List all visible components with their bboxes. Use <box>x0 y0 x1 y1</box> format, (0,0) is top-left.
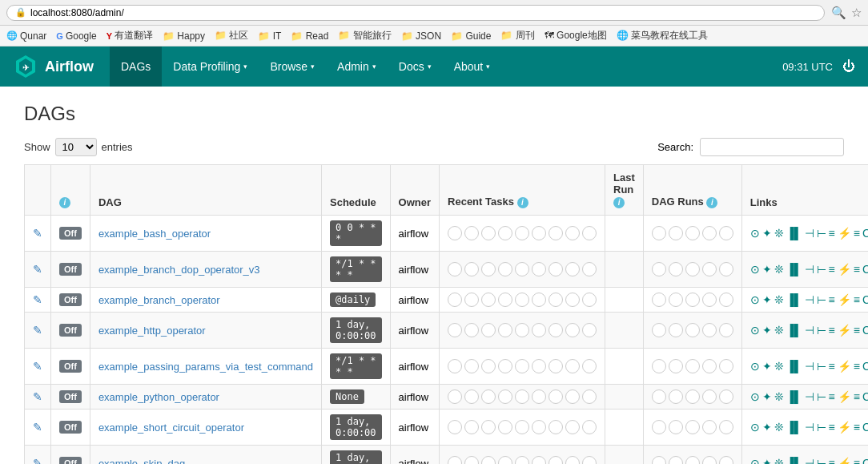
landing-times-icon[interactable]: ⊢ <box>817 360 826 373</box>
clear-icon[interactable]: C <box>862 457 868 464</box>
trigger-dag-icon[interactable]: ⊙ <box>750 263 760 276</box>
toggle-off-button[interactable]: Off <box>59 457 82 464</box>
toggle-off-button[interactable]: Off <box>59 360 82 373</box>
refresh-icon[interactable]: ⚡ <box>838 457 851 464</box>
edit-icon[interactable]: ✎ <box>33 360 42 373</box>
details-icon[interactable]: ≡ <box>854 227 860 240</box>
nav-dags[interactable]: DAGs <box>110 46 162 87</box>
dag-name-link[interactable]: example_passing_params_via_test_command <box>98 361 313 373</box>
nav-docs[interactable]: Docs ▾ <box>388 46 443 87</box>
bookmark-weekly[interactable]: 📁 周刊 <box>500 29 534 42</box>
bookmark-guide[interactable]: 📁 Guide <box>451 30 491 42</box>
toggle-off-button[interactable]: Off <box>59 324 82 337</box>
nav-admin[interactable]: Admin ▾ <box>326 46 388 87</box>
bookmark-community[interactable]: 📁 社区 <box>215 29 248 42</box>
duration-icon[interactable]: ▐▌ <box>786 421 802 434</box>
graph-view-icon[interactable]: ❊ <box>774 324 784 337</box>
bookmark-smarttravel[interactable]: 📁 智能旅行 <box>338 29 391 42</box>
bookmark-youdao[interactable]: Y有道翻译 <box>106 29 153 42</box>
dag-runs-info-icon[interactable]: i <box>706 197 717 208</box>
refresh-icon[interactable]: ⚡ <box>838 360 851 373</box>
edit-icon[interactable]: ✎ <box>33 390 42 403</box>
tree-view-icon[interactable]: ✦ <box>762 457 772 464</box>
trigger-dag-icon[interactable]: ⊙ <box>750 324 760 337</box>
tree-view-icon[interactable]: ✦ <box>762 421 772 434</box>
trigger-dag-icon[interactable]: ⊙ <box>750 421 760 434</box>
refresh-icon[interactable]: ⚡ <box>838 263 851 276</box>
bookmark-googlemaps[interactable]: 🗺 Google地图 <box>545 29 607 42</box>
dag-name-link[interactable]: example_http_operator <box>98 325 206 337</box>
trigger-dag-icon[interactable]: ⊙ <box>750 293 760 306</box>
trigger-dag-icon[interactable]: ⊙ <box>750 227 760 240</box>
tree-view-icon[interactable]: ✦ <box>762 227 772 240</box>
toggle-off-button[interactable]: Off <box>59 390 82 403</box>
bookmark-happy[interactable]: 📁 Happy <box>163 30 205 42</box>
landing-times-icon[interactable]: ⊢ <box>817 227 826 240</box>
clear-icon[interactable]: C <box>862 421 868 434</box>
graph-view-icon[interactable]: ❊ <box>774 421 784 434</box>
details-icon[interactable]: ≡ <box>854 457 860 464</box>
tree-view-icon[interactable]: ✦ <box>762 324 772 337</box>
edit-icon[interactable]: ✎ <box>33 324 42 337</box>
edit-icon[interactable]: ✎ <box>33 421 42 434</box>
gantt-icon[interactable]: ⊣ <box>805 360 814 373</box>
refresh-icon[interactable]: ⚡ <box>838 293 851 306</box>
edit-icon[interactable]: ✎ <box>33 227 42 240</box>
duration-icon[interactable]: ▐▌ <box>786 324 802 337</box>
nav-browse[interactable]: Browse ▾ <box>259 46 326 87</box>
code-icon[interactable]: ≡ <box>829 227 835 240</box>
toggle-off-button[interactable]: Off <box>59 421 82 434</box>
toggle-off-button[interactable]: Off <box>59 227 82 240</box>
dag-name-link[interactable]: example_branch_dop_operator_v3 <box>98 264 260 276</box>
dag-name-link[interactable]: example_skip_dag <box>98 458 185 465</box>
clear-icon[interactable]: C <box>862 324 868 337</box>
details-icon[interactable]: ≡ <box>854 324 860 337</box>
landing-times-icon[interactable]: ⊢ <box>817 421 826 434</box>
bookmark-it[interactable]: 📁 IT <box>258 30 281 42</box>
landing-times-icon[interactable]: ⊢ <box>817 263 826 276</box>
dag-name-link[interactable]: example_branch_operator <box>98 294 220 306</box>
gantt-icon[interactable]: ⊣ <box>805 263 814 276</box>
landing-times-icon[interactable]: ⊢ <box>817 293 826 306</box>
bookmark-google[interactable]: GGoogle <box>56 30 96 42</box>
refresh-icon[interactable]: ⚡ <box>838 421 851 434</box>
toggle-off-button[interactable]: Off <box>59 263 82 276</box>
tree-view-icon[interactable]: ✦ <box>762 390 772 403</box>
code-icon[interactable]: ≡ <box>829 421 835 434</box>
duration-icon[interactable]: ▐▌ <box>786 293 802 306</box>
gantt-icon[interactable]: ⊣ <box>805 293 814 306</box>
power-icon[interactable]: ⏻ <box>842 59 855 74</box>
trigger-dag-icon[interactable]: ⊙ <box>750 360 760 373</box>
details-icon[interactable]: ≡ <box>854 360 860 373</box>
url-bar[interactable]: 🔒 localhost:8080/admin/ <box>6 5 825 21</box>
landing-times-icon[interactable]: ⊢ <box>817 457 826 464</box>
landing-times-icon[interactable]: ⊢ <box>817 324 826 337</box>
edit-icon[interactable]: ✎ <box>33 263 42 276</box>
nav-about[interactable]: About ▾ <box>443 46 502 87</box>
clear-icon[interactable]: C <box>862 263 868 276</box>
clear-icon[interactable]: C <box>862 390 868 403</box>
toggle-off-button[interactable]: Off <box>59 293 82 306</box>
bookmark-json[interactable]: 📁 JSON <box>401 30 441 42</box>
details-icon[interactable]: ≡ <box>854 390 860 403</box>
gantt-icon[interactable]: ⊣ <box>805 390 814 403</box>
code-icon[interactable]: ≡ <box>829 263 835 276</box>
bookmark-read[interactable]: 📁 Read <box>291 30 328 42</box>
duration-icon[interactable]: ▐▌ <box>786 227 802 240</box>
refresh-icon[interactable]: ⚡ <box>838 324 851 337</box>
graph-view-icon[interactable]: ❊ <box>774 360 784 373</box>
last-run-info-icon[interactable]: i <box>613 197 625 208</box>
refresh-icon[interactable]: ⚡ <box>838 227 851 240</box>
graph-view-icon[interactable]: ❊ <box>774 390 784 403</box>
gantt-icon[interactable]: ⊣ <box>805 457 814 464</box>
gantt-icon[interactable]: ⊣ <box>805 324 814 337</box>
details-icon[interactable]: ≡ <box>854 421 860 434</box>
tree-view-icon[interactable]: ✦ <box>762 293 772 306</box>
code-icon[interactable]: ≡ <box>829 293 835 306</box>
duration-icon[interactable]: ▐▌ <box>786 263 802 276</box>
code-icon[interactable]: ≡ <box>829 360 835 373</box>
trigger-dag-icon[interactable]: ⊙ <box>750 457 760 464</box>
dag-name-link[interactable]: example_short_circuit_operator <box>98 422 244 434</box>
code-icon[interactable]: ≡ <box>829 324 835 337</box>
graph-view-icon[interactable]: ❊ <box>774 293 784 306</box>
